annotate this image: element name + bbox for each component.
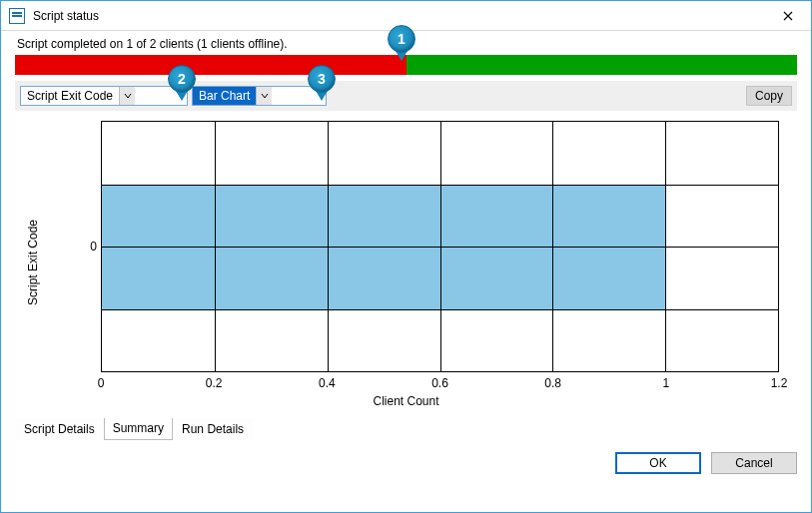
progress-bar [15, 55, 797, 75]
dropdown-button[interactable] [119, 87, 135, 105]
copy-button-label: Copy [755, 89, 783, 103]
dropdown-button[interactable] [256, 87, 272, 105]
chevron-down-icon [124, 92, 132, 100]
field-dropdown-value: Script Exit Code [21, 87, 119, 105]
y-axis-ticks: 0 [75, 121, 97, 372]
ok-button-label: OK [649, 456, 666, 470]
chart-area: Script Exit Code 0 0 0.2 0.4 0.6 0.8 1 1… [15, 113, 797, 412]
chart-type-dropdown[interactable]: Bar Chart [192, 86, 327, 106]
grid-line [665, 122, 666, 371]
progress-failed-segment [15, 55, 406, 75]
ok-button[interactable]: OK [615, 452, 701, 474]
titlebar: Script status [1, 1, 811, 31]
x-tick-label: 1 [662, 376, 669, 390]
y-axis-label: Script Exit Code [26, 220, 40, 305]
grid-line [552, 122, 553, 371]
x-tick-label: 1.2 [771, 376, 788, 390]
grid-line [102, 309, 778, 310]
x-tick-label: 0 [98, 376, 105, 390]
chart-toolbar: Script Exit Code Bar Chart Copy [15, 81, 797, 111]
app-icon [9, 8, 25, 24]
y-tick-label: 0 [90, 240, 97, 254]
tab-script-details[interactable]: Script Details [15, 418, 104, 440]
field-dropdown[interactable]: Script Exit Code [20, 86, 188, 106]
x-axis-ticks: 0 0.2 0.4 0.6 0.8 1 1.2 [101, 376, 779, 390]
dialog-button-row: OK Cancel [1, 442, 811, 484]
x-tick-label: 0.2 [206, 376, 223, 390]
grid-line [102, 185, 778, 186]
chart-type-dropdown-value: Bar Chart [193, 87, 256, 105]
status-text: Script completed on 1 of 2 clients (1 cl… [15, 31, 797, 55]
cancel-button-label: Cancel [735, 456, 772, 470]
copy-button[interactable]: Copy [746, 86, 792, 106]
cancel-button[interactable]: Cancel [711, 452, 797, 474]
x-tick-label: 0.4 [319, 376, 336, 390]
window-title: Script status [33, 9, 99, 23]
grid-line [215, 122, 216, 371]
tab-run-details[interactable]: Run Details [173, 418, 253, 440]
chart-plot [101, 121, 779, 372]
close-icon [783, 11, 793, 21]
grid-line [328, 122, 329, 371]
tab-summary[interactable]: Summary [104, 418, 173, 440]
x-tick-label: 0.6 [431, 376, 448, 390]
grid-line [440, 122, 441, 371]
x-axis-label: Client Count [373, 394, 438, 408]
window-close-button[interactable] [773, 6, 803, 26]
chevron-down-icon [261, 92, 269, 100]
tab-bar: Script Details Summary Run Details [15, 418, 797, 440]
x-tick-label: 0.8 [544, 376, 561, 390]
